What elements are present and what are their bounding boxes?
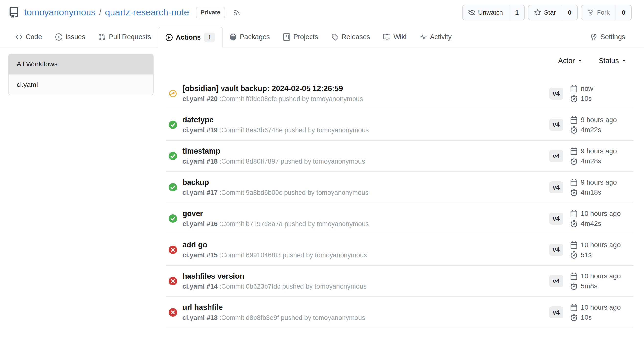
status-filter[interactable]: Status (599, 57, 627, 65)
tab-actions[interactable]: Actions 1 (158, 27, 223, 47)
run-workflow-number[interactable]: ci.yaml #16 (182, 220, 218, 228)
sidebar-item-all-workflows[interactable]: All Workflows (8, 54, 153, 74)
run-title-link[interactable]: add go (182, 241, 549, 249)
stopwatch-icon (570, 314, 578, 321)
rss-feed-icon[interactable] (233, 9, 240, 16)
runner-version-badge: v4 (549, 150, 563, 162)
status-filter-label: Status (599, 57, 619, 65)
stopwatch-icon (570, 95, 578, 102)
repo-owner-link[interactable]: tomoyanonymous (24, 7, 96, 17)
run-title-link[interactable]: hashfiles version (182, 272, 549, 281)
star-count[interactable]: 0 (562, 5, 577, 20)
run-title-link[interactable]: backup (182, 178, 549, 187)
runner-version-badge: v4 (549, 213, 563, 225)
runner-version-badge: v4 (549, 275, 563, 287)
tab-projects[interactable]: Projects (276, 27, 325, 47)
run-meta: v4 9 hours ago 4m22s (549, 116, 634, 134)
workflow-run-row[interactable]: gover ci.yaml #16 :Commit b7197d8a7a pus… (166, 203, 634, 234)
watch-count[interactable]: 1 (509, 5, 524, 20)
runner-version-badge: v4 (549, 307, 563, 319)
tab-code-label: Code (26, 33, 42, 41)
tag-icon (331, 33, 338, 40)
tools-icon (590, 33, 597, 40)
workflow-run-row[interactable]: add cache again 10 hours ago (166, 328, 634, 338)
fork-count[interactable]: 0 (616, 5, 631, 20)
run-date: now (570, 85, 593, 93)
run-workflow-number[interactable]: ci.yaml #13 (182, 314, 218, 321)
run-meta: v4 10 hours ago 51s (549, 241, 634, 259)
workflows-sidebar: All Workflows ci.yaml (8, 54, 154, 338)
run-commit-text: :Commit 8d80ff7897 pushed by tomoyanonym… (220, 158, 365, 165)
run-status-icon (169, 277, 177, 285)
check-circle-icon (169, 121, 177, 129)
code-icon (16, 33, 22, 40)
stopwatch-icon (570, 251, 578, 259)
sidebar-item-ci-yaml[interactable]: ci.yaml (8, 74, 153, 95)
repo-tabnav: Code Issues Pull Requests Actions 1 Pack… (0, 27, 644, 47)
run-duration: 4m28s (570, 157, 617, 165)
run-status-icon (169, 246, 177, 254)
actor-filter-label: Actor (558, 57, 575, 65)
workflow-run-row[interactable]: [obsidian] vault backup: 2024-02-05 12:2… (166, 78, 634, 109)
tab-settings[interactable]: Settings (584, 27, 632, 47)
workflow-run-row[interactable]: url hashfile ci.yaml #13 :Commit d8b8fb3… (166, 297, 634, 328)
star-button[interactable]: Star 0 (528, 5, 578, 20)
run-text: backup ci.yaml #17 :Commit 9a8bd6b00c pu… (182, 178, 549, 197)
run-text: url hashfile ci.yaml #13 :Commit d8b8fb3… (182, 303, 549, 322)
tab-wiki-label: Wiki (394, 33, 406, 41)
calendar-icon (570, 179, 578, 186)
tab-pull-requests[interactable]: Pull Requests (92, 27, 158, 47)
repo-name-link[interactable]: quartz-research-note (105, 7, 189, 17)
run-workflow-number[interactable]: ci.yaml #19 (182, 127, 218, 134)
check-circle-icon (169, 152, 177, 160)
workflow-run-row[interactable]: datetype ci.yaml #19 :Commit 8ea3b6748e … (166, 109, 634, 141)
in-progress-icon (169, 89, 177, 98)
tab-settings-label: Settings (600, 33, 625, 41)
tab-releases[interactable]: Releases (325, 27, 377, 47)
run-meta: v4 10 hours ago 5m8s (549, 272, 634, 290)
fork-button[interactable]: Fork 0 (581, 5, 632, 20)
calendar-icon (570, 116, 578, 124)
run-text: hashfiles version ci.yaml #14 :Commit 0b… (182, 272, 549, 290)
run-date: 10 hours ago (570, 241, 620, 249)
run-meta: v4 9 hours ago 4m28s (549, 147, 634, 165)
run-title-link[interactable]: datetype (182, 116, 549, 124)
run-text: [obsidian] vault backup: 2024-02-05 12:2… (182, 84, 549, 103)
tab-activity[interactable]: Activity (413, 27, 458, 47)
run-title-link[interactable]: [obsidian] vault backup: 2024-02-05 12:2… (182, 84, 549, 93)
run-subtitle: ci.yaml #18 :Commit 8d80ff7897 pushed by… (182, 158, 549, 165)
workflow-run-row[interactable]: add go ci.yaml #15 :Commit 69910468f3 pu… (166, 234, 634, 266)
actor-filter[interactable]: Actor (558, 57, 583, 65)
calendar-icon (570, 241, 578, 249)
workflow-run-row[interactable]: hashfiles version ci.yaml #14 :Commit 0b… (166, 266, 634, 297)
run-text: gover ci.yaml #16 :Commit b7197d8a7a pus… (182, 209, 549, 228)
tab-pull-requests-label: Pull Requests (109, 33, 151, 41)
run-text: timestamp ci.yaml #18 :Commit 8d80ff7897… (182, 147, 549, 165)
run-title-link[interactable]: url hashfile (182, 303, 549, 312)
run-workflow-number[interactable]: ci.yaml #14 (182, 283, 218, 290)
tab-code[interactable]: Code (9, 27, 49, 47)
tab-issues[interactable]: Issues (49, 27, 92, 47)
repo-title: tomoyanonymous / quartz-research-note Pr… (24, 6, 240, 18)
run-commit-text: :Commit 69910468f3 pushed by tomoyanonym… (220, 252, 367, 259)
run-title-link[interactable]: gover (182, 209, 549, 218)
run-times: 10 hours ago 4m42s (570, 210, 620, 228)
tab-packages[interactable]: Packages (223, 27, 276, 47)
run-workflow-number[interactable]: ci.yaml #20 (182, 95, 218, 103)
run-workflow-number[interactable]: ci.yaml #17 (182, 189, 218, 196)
run-workflow-number[interactable]: ci.yaml #15 (182, 252, 218, 259)
unwatch-button[interactable]: Unwatch 1 (462, 5, 525, 20)
workflow-run-row[interactable]: backup ci.yaml #17 :Commit 9a8bd6b00c pu… (166, 172, 634, 203)
run-commit-text: :Commit b7197d8a7a pushed by tomoyanonym… (220, 220, 369, 228)
tab-wiki[interactable]: Wiki (377, 27, 413, 47)
github-actions-page: tomoyanonymous / quartz-research-note Pr… (0, 0, 644, 338)
run-duration: 4m18s (570, 188, 617, 196)
run-workflow-number[interactable]: ci.yaml #18 (182, 158, 218, 165)
workflow-run-row[interactable]: timestamp ci.yaml #18 :Commit 8d80ff7897… (166, 141, 634, 172)
workflow-run-list: [obsidian] vault backup: 2024-02-05 12:2… (166, 78, 634, 338)
run-commit-text: :Commit 0b623b7fdc pushed by tomoyanonym… (220, 283, 367, 290)
run-title-link[interactable]: timestamp (182, 147, 549, 156)
workflow-list: All Workflows ci.yaml (8, 54, 154, 95)
run-date: 9 hours ago (570, 116, 617, 124)
calendar-icon (570, 273, 578, 280)
